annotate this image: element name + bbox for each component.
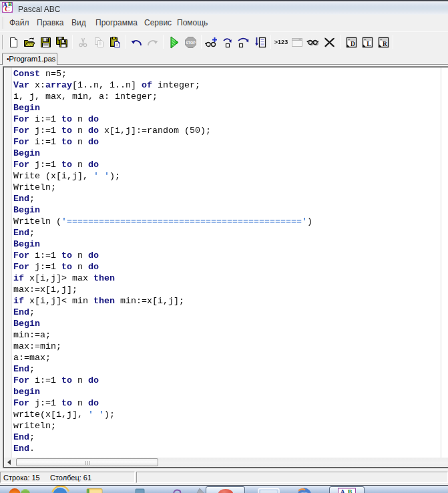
save-all-button[interactable] [53, 34, 69, 50]
save-button[interactable] [37, 34, 53, 50]
module-l-button[interactable]: L [359, 34, 375, 50]
status-line-number: Строка: 15 [3, 473, 40, 482]
cut-button[interactable] [75, 34, 91, 50]
code-line: Var x:array[1..n, 1..n] of integer; [13, 79, 312, 91]
window-icon [291, 37, 303, 47]
window-button[interactable] [289, 34, 305, 50]
code-line: Writeln; [13, 182, 312, 193]
tab-strip: •Program1.pas [0, 51, 448, 65]
copy-pages-icon [93, 37, 105, 48]
taskbar-icon-explorer-ghost[interactable] [258, 489, 279, 493]
module-d-letter: D [351, 41, 355, 47]
code-line: Const n=5; [13, 68, 312, 79]
taskbar-icon-folder[interactable] [87, 489, 102, 493]
menu-item-program[interactable]: Программа [95, 15, 138, 31]
taskbar-button-red-app[interactable] [206, 487, 245, 493]
horizontal-scrollbar[interactable] [4, 458, 448, 467]
code-line: End; [13, 432, 312, 443]
code-line: Begin [13, 148, 312, 159]
toolbar-separator [126, 35, 126, 49]
code-line: max:=x[i,j]; [13, 284, 312, 295]
toolbar-separator [270, 35, 271, 49]
undo-button[interactable] [128, 34, 144, 50]
copy-button[interactable] [91, 34, 107, 50]
module-d-button[interactable]: D [343, 34, 359, 50]
redo-arrow-icon [146, 37, 159, 47]
title-bar[interactable]: A B C Pascal ABC [0, 0, 448, 15]
taskbar-icon-firefox[interactable] [9, 488, 21, 493]
menu-item-view[interactable]: Вид [71, 15, 86, 31]
watch-glasses-icon [306, 37, 320, 47]
taskbar-button-pascal-abc[interactable]: A B [330, 487, 365, 493]
taskbar-icon-purple-app[interactable] [174, 490, 180, 493]
code-lines: Const n=5;Var x:array[1..n, 1..n] of int… [13, 68, 312, 454]
stop-button[interactable]: STOP [182, 34, 198, 50]
redo-button[interactable] [144, 34, 160, 50]
code-line: For i:=1 to n do [13, 136, 312, 148]
paste-button[interactable] [107, 34, 123, 50]
thumb-grip [87, 461, 88, 465]
status-column-number: Столбец: 61 [50, 473, 91, 482]
code-line: a:=max; [13, 352, 312, 363]
taskbar-icon-teal-app[interactable] [136, 489, 144, 493]
scrollbar-thumb[interactable] [16, 458, 158, 466]
window-title: Pascal ABC [18, 3, 60, 16]
code-editor[interactable]: Const n=5;Var x:array[1..n, 1..n] of int… [3, 66, 448, 468]
save-floppy-icon [40, 37, 51, 48]
output-window-button[interactable]: >123 [273, 34, 289, 50]
toolbar-separator [72, 35, 73, 49]
windows-taskbar[interactable]: A B [0, 485, 448, 493]
watch-button[interactable] [305, 34, 321, 50]
menu-gripper[interactable] [3, 17, 4, 29]
open-file-button[interactable] [21, 34, 37, 50]
editor-border [3, 468, 448, 468]
menu-item-edit[interactable]: Правка [37, 15, 64, 31]
module-r-button[interactable]: R [375, 34, 391, 50]
menu-item-service[interactable]: Сервис [144, 15, 172, 31]
editor-gutter [4, 67, 12, 458]
code-line: End; [13, 227, 312, 238]
code-line: i, j, max, min, a: integer; [13, 91, 312, 102]
close-button[interactable] [321, 34, 337, 50]
code-line: End; [13, 307, 312, 318]
taskbar-icon-green-app[interactable] [21, 489, 30, 493]
code-line: For i:=1 to n do [13, 250, 312, 261]
run-button[interactable] [166, 34, 182, 50]
tab-program1[interactable]: •Program1.pas [2, 53, 57, 65]
code-line: if x[i,j]< min then min:=x[i,j]; [13, 295, 312, 307]
logo-letter-c: C [5, 5, 10, 13]
toolbar-separator [201, 35, 202, 49]
new-file-icon [8, 37, 19, 48]
module-l-letter: L [367, 41, 371, 47]
scroll-left-arrow-icon[interactable] [7, 460, 11, 465]
menu-item-file[interactable]: Файл [9, 15, 29, 31]
module-r-letter: R [383, 41, 387, 47]
code-line: write(x[i,j], ' '); [13, 409, 312, 420]
tab-label: Program1.pas [9, 55, 55, 63]
editor-border [3, 67, 448, 67]
menu-item-help[interactable]: Помощь [177, 15, 208, 31]
toolbar-separator [163, 35, 164, 49]
toolbar-separator [393, 35, 393, 49]
code-line: For j:=1 to n do [13, 159, 312, 170]
new-file-button[interactable] [5, 34, 21, 50]
toolbar-gripper[interactable] [2, 35, 3, 49]
code-line: max:=min; [13, 341, 312, 352]
run-to-cursor-button[interactable] [252, 34, 268, 50]
taskbar-ab-letter-a: A [340, 488, 345, 493]
add-watch-button[interactable] [204, 34, 220, 50]
close-x-icon [324, 37, 335, 47]
code-line: min:=a; [13, 329, 312, 341]
code-line: begin [13, 386, 312, 397]
taskbar-icon-media-play[interactable] [197, 488, 205, 493]
stop-label: STOP [186, 41, 196, 45]
taskbar-icon-internet-explorer[interactable] [53, 486, 69, 493]
taskbar-ab-letter-b: B [348, 488, 353, 493]
code-line: Begin [13, 102, 312, 114]
step-over-button[interactable] [236, 34, 252, 50]
taskbar-icon-globe-browser[interactable] [298, 488, 311, 493]
step-into-button[interactable] [220, 34, 236, 50]
code-line: Writeln ('==============================… [13, 216, 312, 227]
code-line: Begin [13, 318, 312, 329]
code-line: For i:=1 to n do [13, 114, 312, 125]
